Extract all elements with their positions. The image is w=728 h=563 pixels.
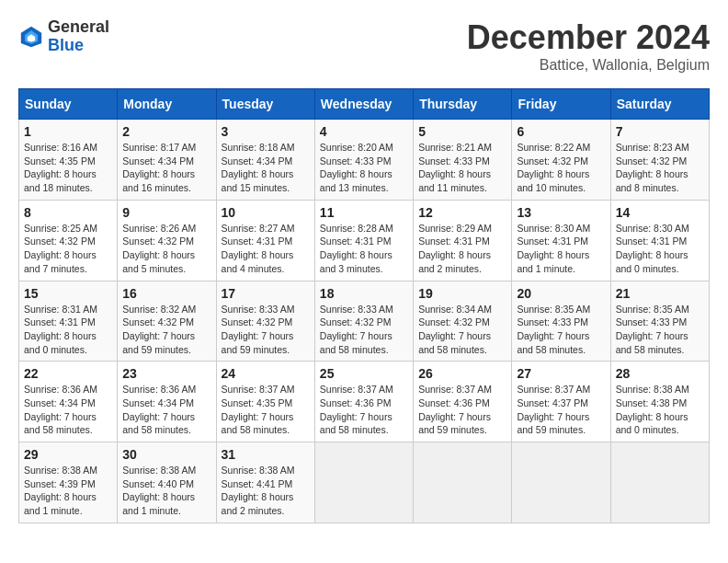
day-info: Sunrise: 8:25 AM Sunset: 4:32 PM Dayligh…	[24, 222, 112, 276]
day-number: 13	[517, 205, 605, 220]
day-info: Sunrise: 8:38 AM Sunset: 4:40 PM Dayligh…	[122, 464, 210, 518]
calendar-cell: 5Sunrise: 8:21 AM Sunset: 4:33 PM Daylig…	[414, 120, 512, 201]
day-of-week-header: Saturday	[610, 89, 709, 120]
day-info: Sunrise: 8:38 AM Sunset: 4:41 PM Dayligh…	[222, 464, 310, 518]
day-number: 5	[418, 124, 506, 139]
day-info: Sunrise: 8:17 AM Sunset: 4:34 PM Dayligh…	[122, 141, 210, 195]
day-number: 1	[24, 124, 112, 139]
day-info: Sunrise: 8:35 AM Sunset: 4:33 PM Dayligh…	[517, 303, 605, 357]
day-info: Sunrise: 8:20 AM Sunset: 4:33 PM Dayligh…	[320, 141, 408, 195]
day-of-week-header: Sunday	[19, 89, 118, 120]
day-info: Sunrise: 8:37 AM Sunset: 4:36 PM Dayligh…	[320, 383, 408, 437]
day-number: 30	[122, 447, 210, 462]
day-info: Sunrise: 8:27 AM Sunset: 4:31 PM Dayligh…	[222, 222, 310, 276]
calendar-cell	[610, 442, 709, 523]
calendar-cell: 22Sunrise: 8:36 AM Sunset: 4:34 PM Dayli…	[19, 362, 118, 442]
month-title: December 2024	[467, 18, 710, 57]
calendar-cell: 28Sunrise: 8:38 AM Sunset: 4:38 PM Dayli…	[610, 362, 709, 442]
calendar-cell: 14Sunrise: 8:30 AM Sunset: 4:31 PM Dayli…	[610, 200, 709, 281]
day-info: Sunrise: 8:16 AM Sunset: 4:35 PM Dayligh…	[24, 141, 112, 195]
day-of-week-header: Thursday	[414, 89, 512, 120]
day-info: Sunrise: 8:33 AM Sunset: 4:32 PM Dayligh…	[222, 303, 310, 357]
day-info: Sunrise: 8:31 AM Sunset: 4:31 PM Dayligh…	[24, 303, 112, 357]
logo: General Blue	[18, 18, 109, 55]
day-info: Sunrise: 8:38 AM Sunset: 4:39 PM Dayligh…	[24, 464, 112, 518]
day-info: Sunrise: 8:32 AM Sunset: 4:32 PM Dayligh…	[122, 303, 210, 357]
day-info: Sunrise: 8:28 AM Sunset: 4:31 PM Dayligh…	[320, 222, 408, 276]
day-number: 21	[616, 286, 704, 301]
calendar-cell: 1Sunrise: 8:16 AM Sunset: 4:35 PM Daylig…	[19, 120, 118, 201]
day-number: 28	[616, 366, 704, 381]
day-info: Sunrise: 8:37 AM Sunset: 4:37 PM Dayligh…	[517, 383, 605, 437]
calendar-week-row: 29Sunrise: 8:38 AM Sunset: 4:39 PM Dayli…	[19, 442, 710, 523]
logo-blue: Blue	[48, 36, 84, 54]
calendar-cell: 30Sunrise: 8:38 AM Sunset: 4:40 PM Dayli…	[118, 442, 216, 523]
page-header: General Blue December 2024 Battice, Wall…	[18, 18, 710, 74]
calendar-cell: 27Sunrise: 8:37 AM Sunset: 4:37 PM Dayli…	[512, 362, 610, 442]
calendar-cell: 17Sunrise: 8:33 AM Sunset: 4:32 PM Dayli…	[216, 281, 314, 362]
calendar-week-row: 15Sunrise: 8:31 AM Sunset: 4:31 PM Dayli…	[19, 281, 710, 362]
day-info: Sunrise: 8:35 AM Sunset: 4:33 PM Dayligh…	[616, 303, 704, 357]
day-info: Sunrise: 8:26 AM Sunset: 4:32 PM Dayligh…	[122, 222, 210, 276]
calendar-cell: 13Sunrise: 8:30 AM Sunset: 4:31 PM Dayli…	[512, 200, 610, 281]
day-info: Sunrise: 8:21 AM Sunset: 4:33 PM Dayligh…	[418, 141, 506, 195]
day-number: 31	[222, 447, 310, 462]
calendar-cell: 16Sunrise: 8:32 AM Sunset: 4:32 PM Dayli…	[118, 281, 216, 362]
calendar-cell: 15Sunrise: 8:31 AM Sunset: 4:31 PM Dayli…	[19, 281, 118, 362]
day-number: 9	[122, 205, 210, 220]
day-info: Sunrise: 8:38 AM Sunset: 4:38 PM Dayligh…	[616, 383, 704, 437]
day-of-week-header: Tuesday	[216, 89, 314, 120]
day-info: Sunrise: 8:33 AM Sunset: 4:32 PM Dayligh…	[320, 303, 408, 357]
day-number: 29	[24, 447, 112, 462]
calendar-cell: 18Sunrise: 8:33 AM Sunset: 4:32 PM Dayli…	[314, 281, 413, 362]
day-number: 3	[222, 124, 310, 139]
day-of-week-header: Friday	[512, 89, 610, 120]
calendar-cell: 6Sunrise: 8:22 AM Sunset: 4:32 PM Daylig…	[512, 120, 610, 201]
calendar-cell: 7Sunrise: 8:23 AM Sunset: 4:32 PM Daylig…	[610, 120, 709, 201]
day-number: 2	[122, 124, 210, 139]
day-number: 8	[24, 205, 112, 220]
calendar-body: 1Sunrise: 8:16 AM Sunset: 4:35 PM Daylig…	[19, 120, 710, 523]
calendar-week-row: 1Sunrise: 8:16 AM Sunset: 4:35 PM Daylig…	[19, 120, 710, 201]
calendar-cell	[314, 442, 413, 523]
calendar-cell: 23Sunrise: 8:36 AM Sunset: 4:34 PM Dayli…	[118, 362, 216, 442]
day-info: Sunrise: 8:23 AM Sunset: 4:32 PM Dayligh…	[616, 141, 704, 195]
day-of-week-header: Monday	[118, 89, 216, 120]
day-number: 11	[320, 205, 408, 220]
day-info: Sunrise: 8:30 AM Sunset: 4:31 PM Dayligh…	[616, 222, 704, 276]
day-info: Sunrise: 8:36 AM Sunset: 4:34 PM Dayligh…	[24, 383, 112, 437]
day-number: 4	[320, 124, 408, 139]
calendar-cell: 25Sunrise: 8:37 AM Sunset: 4:36 PM Dayli…	[314, 362, 413, 442]
day-number: 25	[320, 366, 408, 381]
day-number: 14	[616, 205, 704, 220]
calendar-cell: 20Sunrise: 8:35 AM Sunset: 4:33 PM Dayli…	[512, 281, 610, 362]
logo-general: General	[48, 17, 109, 36]
day-number: 23	[122, 366, 210, 381]
day-info: Sunrise: 8:18 AM Sunset: 4:34 PM Dayligh…	[222, 141, 310, 195]
calendar-header-row: SundayMondayTuesdayWednesdayThursdayFrid…	[19, 89, 710, 120]
day-info: Sunrise: 8:36 AM Sunset: 4:34 PM Dayligh…	[122, 383, 210, 437]
calendar-cell	[414, 442, 512, 523]
day-number: 22	[24, 366, 112, 381]
calendar-cell: 10Sunrise: 8:27 AM Sunset: 4:31 PM Dayli…	[216, 200, 314, 281]
day-number: 27	[517, 366, 605, 381]
calendar-cell: 11Sunrise: 8:28 AM Sunset: 4:31 PM Dayli…	[314, 200, 413, 281]
day-number: 20	[517, 286, 605, 301]
day-number: 17	[222, 286, 310, 301]
calendar-cell: 12Sunrise: 8:29 AM Sunset: 4:31 PM Dayli…	[414, 200, 512, 281]
calendar-cell: 26Sunrise: 8:37 AM Sunset: 4:36 PM Dayli…	[414, 362, 512, 442]
calendar-cell: 21Sunrise: 8:35 AM Sunset: 4:33 PM Dayli…	[610, 281, 709, 362]
day-info: Sunrise: 8:37 AM Sunset: 4:36 PM Dayligh…	[418, 383, 506, 437]
day-number: 24	[222, 366, 310, 381]
calendar-week-row: 22Sunrise: 8:36 AM Sunset: 4:34 PM Dayli…	[19, 362, 710, 442]
title-block: December 2024 Battice, Wallonia, Belgium	[467, 18, 710, 74]
calendar-cell: 3Sunrise: 8:18 AM Sunset: 4:34 PM Daylig…	[216, 120, 314, 201]
calendar-cell: 2Sunrise: 8:17 AM Sunset: 4:34 PM Daylig…	[118, 120, 216, 201]
day-number: 6	[517, 124, 605, 139]
calendar-cell: 24Sunrise: 8:37 AM Sunset: 4:35 PM Dayli…	[216, 362, 314, 442]
day-number: 15	[24, 286, 112, 301]
day-info: Sunrise: 8:34 AM Sunset: 4:32 PM Dayligh…	[418, 303, 506, 357]
calendar-cell: 29Sunrise: 8:38 AM Sunset: 4:39 PM Dayli…	[19, 442, 118, 523]
location: Battice, Wallonia, Belgium	[467, 57, 710, 74]
calendar-cell: 4Sunrise: 8:20 AM Sunset: 4:33 PM Daylig…	[314, 120, 413, 201]
